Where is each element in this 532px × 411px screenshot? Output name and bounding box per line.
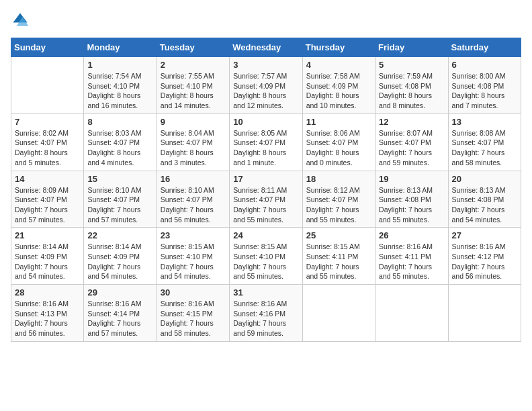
day-info: Sunrise: 8:05 AM Sunset: 4:07 PM Dayligh…	[233, 128, 298, 168]
day-info: Sunrise: 8:07 AM Sunset: 4:07 PM Dayligh…	[379, 128, 444, 168]
sunset-time: Sunset: 4:07 PM	[15, 138, 67, 146]
day-number: 12	[379, 117, 444, 127]
day-info: Sunrise: 8:14 AM Sunset: 4:09 PM Dayligh…	[15, 242, 80, 281]
column-header-wednesday: Wednesday	[230, 38, 302, 57]
sunrise-time: Sunrise: 8:10 AM	[87, 186, 141, 194]
daylight-hours: Daylight: 8 hours and 14 minutes.	[161, 91, 214, 109]
calendar-cell: 4 Sunrise: 7:58 AM Sunset: 4:09 PM Dayli…	[302, 57, 375, 114]
day-number: 29	[87, 287, 152, 298]
sunset-time: Sunset: 4:07 PM	[379, 138, 431, 146]
calendar-cell: 29 Sunrise: 8:16 AM Sunset: 4:14 PM Dayl…	[84, 285, 157, 342]
calendar-week-row: 21 Sunrise: 8:14 AM Sunset: 4:09 PM Dayl…	[11, 228, 521, 285]
sunset-time: Sunset: 4:10 PM	[87, 82, 140, 90]
sunrise-time: Sunrise: 8:06 AM	[306, 129, 360, 137]
calendar-cell: 12 Sunrise: 8:07 AM Sunset: 4:07 PM Dayl…	[375, 113, 448, 171]
day-number: 2	[161, 60, 226, 70]
daylight-hours: Daylight: 7 hours and 55 minutes.	[306, 205, 359, 224]
daylight-hours: Daylight: 8 hours and 10 minutes.	[306, 91, 359, 109]
sunrise-time: Sunrise: 8:16 AM	[233, 300, 287, 308]
sunset-time: Sunset: 4:07 PM	[161, 138, 213, 146]
calendar-week-row: 14 Sunrise: 8:09 AM Sunset: 4:07 PM Dayl…	[11, 171, 521, 228]
daylight-hours: Daylight: 8 hours and 12 minutes.	[233, 91, 286, 109]
calendar-cell: 2 Sunrise: 7:55 AM Sunset: 4:10 PM Dayli…	[157, 57, 229, 114]
day-info: Sunrise: 8:12 AM Sunset: 4:07 PM Dayligh…	[306, 185, 371, 225]
day-number: 3	[233, 60, 298, 70]
daylight-hours: Daylight: 8 hours and 1 minute.	[233, 148, 286, 167]
daylight-hours: Daylight: 7 hours and 57 minutes.	[87, 319, 140, 337]
day-info: Sunrise: 8:11 AM Sunset: 4:07 PM Dayligh…	[233, 185, 298, 225]
sunrise-time: Sunrise: 8:16 AM	[161, 300, 214, 308]
sunrise-time: Sunrise: 8:16 AM	[15, 300, 69, 308]
day-number: 9	[161, 117, 226, 127]
column-header-monday: Monday	[84, 38, 157, 57]
calendar-cell: 17 Sunrise: 8:11 AM Sunset: 4:07 PM Dayl…	[230, 171, 302, 228]
sunset-time: Sunset: 4:09 PM	[306, 82, 359, 90]
day-number: 31	[233, 287, 298, 298]
day-info: Sunrise: 8:16 AM Sunset: 4:11 PM Dayligh…	[379, 242, 444, 281]
sunrise-time: Sunrise: 8:10 AM	[161, 186, 214, 194]
sunset-time: Sunset: 4:07 PM	[233, 195, 285, 203]
sunrise-time: Sunrise: 8:13 AM	[379, 186, 433, 194]
daylight-hours: Daylight: 8 hours and 8 minutes.	[379, 91, 432, 109]
calendar-cell: 11 Sunrise: 8:06 AM Sunset: 4:07 PM Dayl…	[302, 113, 375, 171]
sunset-time: Sunset: 4:07 PM	[15, 195, 67, 203]
daylight-hours: Daylight: 7 hours and 55 minutes.	[233, 263, 286, 281]
column-header-friday: Friday	[375, 38, 448, 57]
calendar-cell: 27 Sunrise: 8:16 AM Sunset: 4:12 PM Dayl…	[448, 228, 521, 285]
sunset-time: Sunset: 4:07 PM	[87, 195, 140, 203]
calendar-table: SundayMondayTuesdayWednesdayThursdayFrid…	[11, 38, 521, 342]
sunrise-time: Sunrise: 7:57 AM	[233, 72, 287, 80]
sunset-time: Sunset: 4:16 PM	[233, 310, 285, 318]
sunset-time: Sunset: 4:08 PM	[379, 82, 431, 90]
day-info: Sunrise: 8:10 AM Sunset: 4:07 PM Dayligh…	[161, 185, 226, 225]
calendar-cell	[11, 57, 84, 114]
day-info: Sunrise: 8:16 AM Sunset: 4:15 PM Dayligh…	[161, 299, 226, 338]
day-info: Sunrise: 8:10 AM Sunset: 4:07 PM Dayligh…	[87, 185, 152, 225]
logo	[11, 11, 32, 30]
daylight-hours: Daylight: 7 hours and 59 minutes.	[233, 319, 286, 337]
sunrise-time: Sunrise: 7:55 AM	[161, 72, 214, 80]
calendar-cell: 9 Sunrise: 8:04 AM Sunset: 4:07 PM Dayli…	[157, 113, 229, 171]
day-number: 6	[452, 60, 517, 70]
day-info: Sunrise: 7:59 AM Sunset: 4:08 PM Dayligh…	[379, 71, 444, 111]
sunrise-time: Sunrise: 8:15 AM	[233, 242, 287, 250]
sunset-time: Sunset: 4:07 PM	[233, 138, 285, 146]
sunset-time: Sunset: 4:07 PM	[87, 138, 140, 146]
day-info: Sunrise: 8:13 AM Sunset: 4:08 PM Dayligh…	[452, 185, 517, 225]
day-number: 1	[87, 60, 152, 70]
daylight-hours: Daylight: 7 hours and 56 minutes.	[15, 319, 68, 337]
sunrise-time: Sunrise: 8:11 AM	[233, 186, 287, 194]
calendar-cell: 19 Sunrise: 8:13 AM Sunset: 4:08 PM Dayl…	[375, 171, 448, 228]
day-info: Sunrise: 8:03 AM Sunset: 4:07 PM Dayligh…	[87, 128, 152, 168]
calendar-cell: 30 Sunrise: 8:16 AM Sunset: 4:15 PM Dayl…	[157, 285, 229, 342]
sunrise-time: Sunrise: 8:15 AM	[306, 242, 360, 250]
day-number: 14	[15, 174, 80, 184]
sunset-time: Sunset: 4:07 PM	[306, 195, 359, 203]
sunrise-time: Sunrise: 8:16 AM	[452, 242, 506, 250]
sunrise-time: Sunrise: 8:04 AM	[161, 129, 214, 137]
daylight-hours: Daylight: 7 hours and 56 minutes.	[161, 205, 214, 224]
day-number: 8	[87, 117, 152, 127]
day-number: 28	[15, 287, 80, 298]
calendar-cell: 8 Sunrise: 8:03 AM Sunset: 4:07 PM Dayli…	[84, 113, 157, 171]
day-number: 25	[306, 230, 371, 240]
sunrise-time: Sunrise: 8:00 AM	[452, 72, 506, 80]
daylight-hours: Daylight: 7 hours and 55 minutes.	[379, 205, 432, 224]
calendar-cell: 21 Sunrise: 8:14 AM Sunset: 4:09 PM Dayl…	[11, 228, 84, 285]
calendar-cell	[448, 285, 521, 342]
calendar-cell: 25 Sunrise: 8:15 AM Sunset: 4:11 PM Dayl…	[302, 228, 375, 285]
day-info: Sunrise: 7:58 AM Sunset: 4:09 PM Dayligh…	[306, 71, 371, 111]
sunset-time: Sunset: 4:09 PM	[15, 253, 67, 261]
column-header-saturday: Saturday	[448, 38, 521, 57]
calendar-cell: 20 Sunrise: 8:13 AM Sunset: 4:08 PM Dayl…	[448, 171, 521, 228]
sunset-time: Sunset: 4:08 PM	[452, 82, 504, 90]
calendar-week-row: 7 Sunrise: 8:02 AM Sunset: 4:07 PM Dayli…	[11, 113, 521, 171]
calendar-cell: 22 Sunrise: 8:14 AM Sunset: 4:09 PM Dayl…	[84, 228, 157, 285]
sunset-time: Sunset: 4:13 PM	[15, 310, 67, 318]
calendar-cell	[302, 285, 375, 342]
calendar-cell: 18 Sunrise: 8:12 AM Sunset: 4:07 PM Dayl…	[302, 171, 375, 228]
sunrise-time: Sunrise: 8:07 AM	[379, 129, 433, 137]
day-info: Sunrise: 8:15 AM Sunset: 4:10 PM Dayligh…	[233, 242, 298, 281]
day-number: 24	[233, 230, 298, 240]
daylight-hours: Daylight: 7 hours and 58 minutes.	[161, 319, 214, 337]
